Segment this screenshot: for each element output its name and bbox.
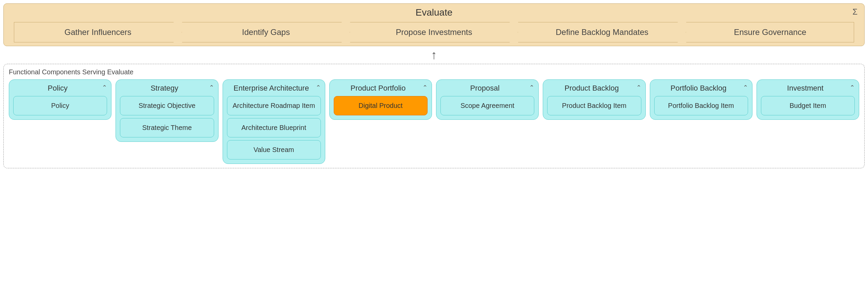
component-header-product-portfolio: Product Portfolio⌃ [334, 84, 428, 93]
component-title-strategy: Strategy [120, 84, 209, 93]
arrow-step-0: Gather Influencers [14, 22, 182, 42]
main-container: Evaluate Σ Gather InfluencersIdentify Ga… [0, 0, 868, 283]
arrow-step-3: Define Backlog Mandates [518, 22, 686, 42]
component-title-enterprise-architecture: Enterprise Architecture [227, 84, 316, 93]
arrow-step-1: Identify Gaps [182, 22, 350, 42]
sub-item-strategy-0: Strategic Objective [120, 96, 214, 115]
chevron-icon-strategy: ⌃ [209, 84, 214, 91]
component-header-policy: Policy⌃ [13, 84, 107, 93]
arrow-step-4: Ensure Governance [686, 22, 854, 42]
functional-section-label: Functional Components Serving Evaluate [9, 68, 859, 76]
sub-item-enterprise-architecture-0: Architecture Roadmap Item [227, 96, 321, 115]
sub-item-enterprise-architecture-2: Value Stream [227, 140, 321, 159]
sub-item-strategy-1: Strategic Theme [120, 118, 214, 137]
sub-item-enterprise-architecture-1: Architecture Blueprint [227, 118, 321, 137]
component-header-proposal: Proposal⌃ [440, 84, 534, 93]
component-card-enterprise-architecture: Enterprise Architecture⌃Architecture Roa… [223, 79, 325, 164]
component-card-investment: Investment⌃Budget Item [757, 79, 859, 120]
chevron-icon-proposal: ⌃ [529, 84, 534, 91]
component-title-policy: Policy [13, 84, 102, 93]
sub-item-investment-0: Budget Item [761, 96, 855, 115]
component-card-policy: Policy⌃Policy [9, 79, 111, 120]
component-header-enterprise-architecture: Enterprise Architecture⌃ [227, 84, 321, 93]
component-card-portfolio-backlog: Portfolio Backlog⌃Portfolio Backlog Item [650, 79, 752, 120]
functional-section: Functional Components Serving Evaluate P… [3, 64, 865, 168]
component-header-portfolio-backlog: Portfolio Backlog⌃ [654, 84, 748, 93]
component-title-investment: Investment [761, 84, 850, 93]
sub-item-product-backlog-0: Product Backlog Item [547, 96, 641, 115]
sub-item-product-portfolio-0: Digital Product [334, 96, 428, 115]
component-header-product-backlog: Product Backlog⌃ [547, 84, 641, 93]
chevron-icon-product-portfolio: ⌃ [422, 84, 428, 91]
component-card-strategy: Strategy⌃Strategic ObjectiveStrategic Th… [116, 79, 218, 142]
chevron-icon-investment: ⌃ [850, 84, 855, 91]
sigma-icon: Σ [852, 7, 857, 17]
evaluate-title: Evaluate Σ [11, 7, 857, 18]
component-card-product-portfolio: Product Portfolio⌃Digital Product [329, 79, 432, 120]
evaluate-label: Evaluate [416, 7, 453, 18]
components-row: Policy⌃PolicyStrategy⌃Strategic Objectiv… [9, 79, 859, 164]
chevron-icon-product-backlog: ⌃ [636, 84, 641, 91]
component-title-product-portfolio: Product Portfolio [334, 84, 422, 93]
component-title-proposal: Proposal [440, 84, 529, 93]
chevron-icon-policy: ⌃ [102, 84, 107, 91]
arrow-step-2: Propose Investments [350, 22, 518, 42]
component-title-product-backlog: Product Backlog [547, 84, 636, 93]
sub-item-portfolio-backlog-0: Portfolio Backlog Item [654, 96, 748, 115]
up-arrow-connector: ↑ [3, 49, 865, 61]
component-header-investment: Investment⌃ [761, 84, 855, 93]
component-header-strategy: Strategy⌃ [120, 84, 214, 93]
component-title-portfolio-backlog: Portfolio Backlog [654, 84, 743, 93]
sub-item-proposal-0: Scope Agreement [440, 96, 534, 115]
sub-item-policy-0: Policy [13, 96, 107, 115]
component-card-proposal: Proposal⌃Scope Agreement [436, 79, 539, 120]
component-card-product-backlog: Product Backlog⌃Product Backlog Item [543, 79, 645, 120]
chevron-icon-portfolio-backlog: ⌃ [743, 84, 748, 91]
evaluate-banner: Evaluate Σ Gather InfluencersIdentify Ga… [3, 3, 865, 46]
arrow-steps-row: Gather InfluencersIdentify GapsPropose I… [11, 22, 857, 42]
chevron-icon-enterprise-architecture: ⌃ [316, 84, 321, 91]
